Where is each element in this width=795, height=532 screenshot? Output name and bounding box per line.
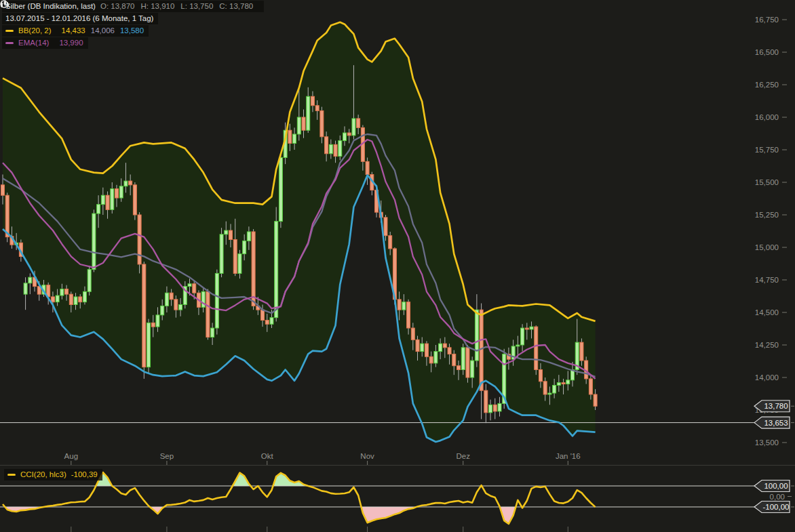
candle-down <box>366 161 369 174</box>
bb-indicator-name: BB(20, 2) <box>18 26 52 36</box>
candle-down <box>288 130 292 143</box>
candle-up <box>211 328 214 337</box>
month-label: Dez <box>456 452 470 460</box>
candle-up <box>557 383 560 386</box>
cci-lower-tag-tick <box>791 507 794 508</box>
candle-down <box>325 137 328 154</box>
candle-up <box>60 289 64 295</box>
candle-up <box>88 270 91 292</box>
month-label: Okt <box>261 452 274 460</box>
candle-down <box>133 185 136 215</box>
candle-up <box>161 306 164 314</box>
candle-down <box>1 185 5 195</box>
candle-up <box>307 96 310 130</box>
candle-up <box>498 403 501 411</box>
chart-window: AugSepOktNovDezJan '1616,75016,50016,250… <box>0 0 795 532</box>
candle-up <box>297 117 300 134</box>
candle-up <box>475 310 478 361</box>
candle-up <box>225 230 228 234</box>
candle-up <box>521 328 524 345</box>
month-tick <box>71 461 71 465</box>
month-tick <box>267 461 267 465</box>
candle-up <box>238 254 241 274</box>
candle-down <box>138 215 141 264</box>
candle-down <box>206 291 210 337</box>
candle-down <box>539 369 542 381</box>
candle-down <box>106 195 109 209</box>
candle-down <box>448 348 451 354</box>
candle-up <box>56 295 59 302</box>
ohlc-pair: H: 13,910 <box>140 2 174 10</box>
month-tick <box>367 461 368 465</box>
candle-up <box>92 213 96 270</box>
cci-month-tick <box>71 527 71 532</box>
price-axis-label: 15,000 <box>755 243 779 251</box>
candle-down <box>69 294 73 304</box>
price-axis-label: 14,250 <box>755 341 779 349</box>
candle-down <box>229 230 233 239</box>
candle-up <box>83 291 86 302</box>
cci-upper-tag: 100,00 <box>754 480 794 492</box>
candle-up <box>439 344 442 352</box>
candle-up <box>275 222 278 318</box>
indicator-value: 14,433 <box>62 26 85 35</box>
price-axis-label: 15,250 <box>755 211 779 219</box>
candle-up <box>566 380 570 384</box>
ohlc-pair: C: 13,780 <box>219 2 253 10</box>
symbol-row: Silber (DB Indikation, last) O: 13,870H:… <box>2 1 264 12</box>
cci-indicator-value: -100,39 <box>71 470 98 480</box>
month-tick <box>463 461 463 465</box>
indicator-value: 14,006 <box>91 26 115 35</box>
candle-down <box>484 390 488 413</box>
price-axis-label: 14,500 <box>755 308 779 316</box>
candle-down <box>411 328 414 340</box>
prev-close-tag-text: 13,653 <box>764 419 788 427</box>
candle-down <box>170 293 173 300</box>
symbol-title: Silber (DB Indikation, last) <box>5 1 96 12</box>
cci-month-tick <box>463 527 463 532</box>
chart-canvas[interactable]: AugSepOktNovDezJan '1616,75016,50016,250… <box>0 0 795 532</box>
candle-up <box>516 345 520 346</box>
indicator-value: 13,580 <box>120 26 144 35</box>
price-axis-label: 15,500 <box>755 178 779 186</box>
candle-up <box>402 302 406 310</box>
candle-down <box>425 344 428 356</box>
cci-upper-tag-tick <box>791 486 794 487</box>
ema-indicator-name: EMA(14) <box>18 38 49 48</box>
candle-down <box>594 394 597 406</box>
cci-lower-tag-text: -100,00 <box>762 503 789 511</box>
ohlc-pair: O: 13,870 <box>100 2 135 10</box>
price-axis-label: 16,250 <box>755 81 779 89</box>
candle-up <box>530 327 533 329</box>
price-axis-label: 16,000 <box>755 113 779 121</box>
candle-up <box>548 393 551 394</box>
price-axis-label: 16,500 <box>755 48 779 56</box>
chart-legend: Silber (DB Indikation, last) O: 13,870H:… <box>0 0 264 49</box>
candle-up <box>343 133 347 141</box>
candle-down <box>261 310 265 320</box>
month-tick <box>568 461 568 465</box>
ema-indicator-values: 13,990 <box>54 38 83 48</box>
ema-dash-icon <box>5 42 14 44</box>
cci-month-tick <box>568 527 568 532</box>
candle-down <box>580 342 583 361</box>
candle-down <box>398 300 401 310</box>
candle-up <box>147 323 151 367</box>
candle-down <box>429 356 433 363</box>
price-axis-label: 13,500 <box>755 438 779 447</box>
bb-indicator-values: 14,43314,00613,580 <box>56 26 144 36</box>
candle-down <box>315 106 319 111</box>
price-axis-tick <box>782 52 787 53</box>
candle-up <box>247 232 250 241</box>
candle-down <box>265 321 269 325</box>
candle-down <box>407 302 410 328</box>
cci-month-tick <box>267 527 267 532</box>
candle-down <box>302 117 305 130</box>
candle-up <box>111 189 114 210</box>
price-axis-tick <box>782 247 787 248</box>
month-tick <box>166 461 167 465</box>
candle-down <box>589 379 592 394</box>
price-axis-label: 14,750 <box>755 276 779 284</box>
price-axis-tick <box>782 345 787 346</box>
candle-up <box>279 158 282 222</box>
